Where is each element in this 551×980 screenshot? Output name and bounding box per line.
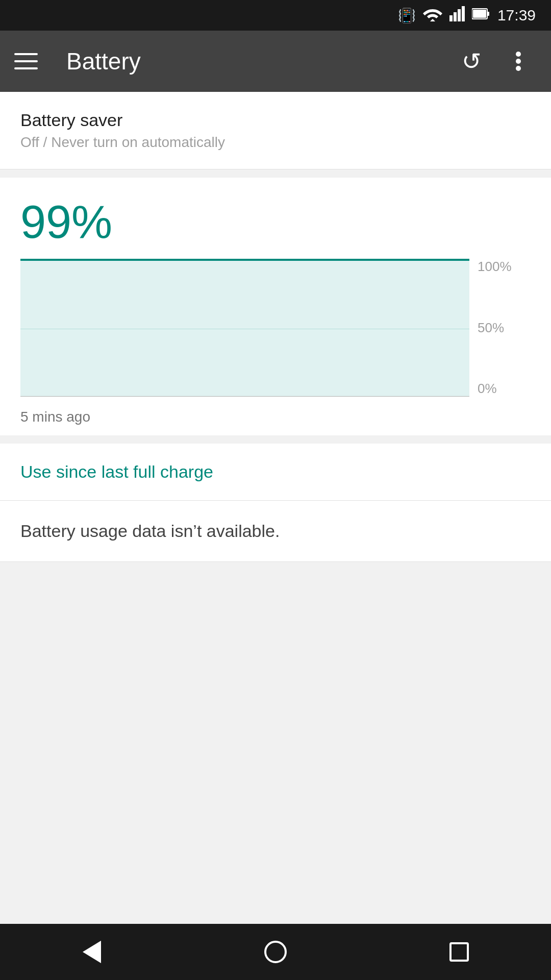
- battery-usage-section: Battery usage data isn’t available.: [0, 501, 551, 562]
- menu-button[interactable]: [14, 43, 51, 80]
- status-icons: 📳 17:39: [398, 6, 536, 25]
- chart-label-mid: 50%: [478, 320, 531, 336]
- page-title: Battery: [66, 47, 453, 75]
- battery-chart-container: 100% 50% 0% 5 mins ago: [20, 259, 531, 435]
- back-button[interactable]: [61, 932, 122, 972]
- use-since-section[interactable]: Use since last full charge: [0, 444, 551, 501]
- chart-fill: [20, 259, 469, 397]
- svg-rect-5: [487, 12, 489, 16]
- more-dot-3: [516, 66, 521, 71]
- battery-usage-message: Battery usage data isn’t available.: [20, 521, 280, 541]
- svg-rect-3: [462, 6, 465, 21]
- more-dot-2: [516, 59, 521, 64]
- chart-area: 100% 50% 0%: [20, 259, 531, 402]
- app-bar: Battery ↺: [0, 31, 551, 92]
- wifi-icon: [423, 6, 442, 25]
- status-bar: 📳 17:39: [0, 0, 551, 31]
- battery-saver-subtitle: Off / Never turn on automatically: [20, 134, 531, 151]
- battery-percentage-section: 99% 100% 50% 0% 5 mins ago: [0, 178, 551, 435]
- back-icon: [83, 941, 101, 963]
- bottom-navigation: [0, 924, 551, 980]
- refresh-icon: ↺: [462, 47, 482, 75]
- content-area: Battery saver Off / Never turn on automa…: [0, 92, 551, 924]
- menu-line-3: [14, 67, 38, 69]
- chart-midline: [20, 329, 469, 329]
- vibrate-icon: 📳: [398, 7, 416, 24]
- menu-line-1: [14, 53, 38, 55]
- more-button[interactable]: [500, 43, 537, 80]
- content-spacer: [0, 562, 551, 924]
- svg-rect-6: [473, 10, 486, 18]
- chart-labels: 100% 50% 0%: [469, 259, 531, 402]
- svg-rect-1: [454, 12, 457, 21]
- home-button[interactable]: [245, 932, 306, 972]
- chart-label-top: 100%: [478, 259, 531, 275]
- chart-bottomline: [20, 396, 469, 397]
- more-dot-1: [516, 52, 521, 57]
- use-since-link[interactable]: Use since last full charge: [20, 462, 213, 481]
- chart-label-bottom: 0%: [478, 381, 531, 397]
- app-bar-actions: ↺: [453, 43, 537, 80]
- battery-percentage: 99%: [20, 196, 531, 249]
- svg-rect-2: [458, 9, 461, 21]
- chart-time-label: 5 mins ago: [20, 402, 531, 425]
- battery-saver-section[interactable]: Battery saver Off / Never turn on automa…: [0, 92, 551, 169]
- signal-icon: [449, 6, 465, 25]
- menu-line-2: [14, 60, 38, 62]
- battery-status-icon: [472, 7, 490, 24]
- chart-graph: [20, 259, 469, 402]
- status-time: 17:39: [497, 7, 536, 24]
- home-icon: [264, 941, 287, 963]
- recents-icon: [449, 942, 469, 962]
- recents-button[interactable]: [429, 932, 490, 972]
- svg-rect-0: [449, 15, 453, 21]
- battery-saver-title: Battery saver: [20, 110, 531, 130]
- refresh-button[interactable]: ↺: [453, 43, 490, 80]
